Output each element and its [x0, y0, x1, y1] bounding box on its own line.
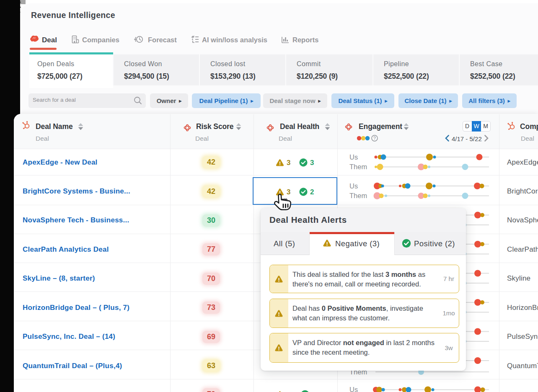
svg-text:?: ?: [373, 136, 376, 141]
svg-text:Us: Us: [349, 153, 358, 161]
svg-text:Them: Them: [349, 163, 367, 170]
svg-text:Us: Us: [349, 182, 358, 190]
svg-text:Us: Us: [349, 386, 358, 392]
svg-text:Them: Them: [349, 192, 367, 199]
